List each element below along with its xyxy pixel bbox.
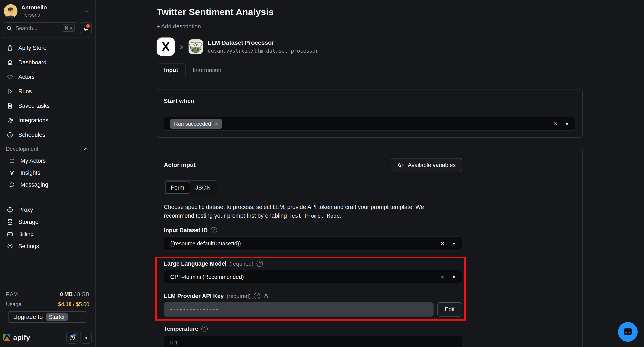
plan-badge: Starter bbox=[46, 313, 68, 321]
sidebar-item-my-actors[interactable]: My Actors bbox=[0, 156, 95, 165]
actor-name: LLM Dataset Processor bbox=[208, 40, 318, 46]
tab-input[interactable]: Input bbox=[156, 64, 186, 77]
search-placeholder: Search... bbox=[15, 25, 62, 32]
sidebar-item-schedules[interactable]: Schedules bbox=[0, 130, 95, 140]
clear-select-icon[interactable]: × bbox=[440, 240, 444, 247]
tab-information[interactable]: Information bbox=[186, 64, 228, 77]
sidebar-footer: apify « bbox=[0, 328, 95, 347]
chevron-up-icon bbox=[83, 146, 89, 152]
search-icon bbox=[6, 25, 12, 31]
ram-row: RAM 0 MB / 8 GB bbox=[6, 291, 89, 297]
toggle-form[interactable]: Form bbox=[165, 182, 190, 194]
dropdown-caret-icon[interactable]: ▼ bbox=[452, 275, 456, 279]
actor-input-heading: Actor input bbox=[164, 162, 196, 168]
remove-tag-icon[interactable]: × bbox=[215, 120, 218, 127]
llm-select[interactable]: GPT-4o mini (Recommended) × ▼ bbox=[164, 270, 462, 284]
arrow-right-icon: → bbox=[76, 313, 82, 320]
chevron-down-icon bbox=[83, 8, 90, 14]
account-switcher[interactable]: Antonello Personal bbox=[0, 0, 95, 21]
start-when-heading: Start when bbox=[164, 98, 576, 104]
credit-card-icon bbox=[6, 231, 14, 238]
play-icon bbox=[6, 88, 14, 95]
apify-wordmark: apify bbox=[13, 334, 30, 342]
usage-row: Usage $4.18 / $5.00 bbox=[6, 301, 89, 308]
development-section-header[interactable]: Development bbox=[0, 144, 95, 152]
actor-box-icon bbox=[8, 158, 16, 164]
actor-path[interactable]: dusan.vystrcil/llm-dataset-processor bbox=[208, 48, 318, 54]
user-name: Antonello bbox=[21, 4, 83, 11]
chat-icon bbox=[8, 182, 16, 188]
chat-widget-button[interactable] bbox=[618, 322, 638, 342]
field-label: Large Language Model bbox=[164, 260, 226, 267]
secondary-nav: Proxy Storage Billing Settings bbox=[0, 206, 95, 254]
sidebar-item-settings[interactable]: Settings bbox=[0, 242, 95, 250]
dataset-id-select[interactable]: {{resource.defaultDatasetId}} × ▼ bbox=[164, 236, 462, 250]
upgrade-button[interactable]: Upgrade to Starter → bbox=[8, 311, 87, 323]
highlight-annotation-box: Large Language Model (required) ? GPT-4o… bbox=[155, 257, 466, 320]
notifications-button[interactable] bbox=[80, 22, 92, 34]
start-when-card: Start when Run succeeded × × ▼ bbox=[156, 89, 583, 138]
temperature-input[interactable]: 0.1 bbox=[164, 335, 462, 347]
actor-avatar-icon bbox=[188, 40, 203, 54]
help-icon[interactable]: ? bbox=[256, 260, 263, 267]
task-breadcrumb: X » bbox=[156, 38, 583, 56]
help-icon[interactable]: ? bbox=[201, 326, 208, 332]
code-icon bbox=[397, 162, 404, 169]
funnel-icon bbox=[8, 170, 16, 176]
workspace-name: Personal bbox=[21, 12, 83, 18]
sidebar-item-actors[interactable]: Actors bbox=[0, 72, 95, 82]
help-icon[interactable]: ? bbox=[254, 293, 260, 299]
start-when-select[interactable]: Run succeeded × × ▼ bbox=[164, 117, 575, 131]
sidebar-item-runs[interactable]: Runs bbox=[0, 86, 95, 96]
toggle-json[interactable]: JSON bbox=[190, 182, 216, 194]
gear-icon bbox=[6, 243, 14, 250]
store-bag-icon bbox=[6, 44, 14, 51]
edit-api-key-button[interactable]: Edit bbox=[437, 302, 462, 316]
dropdown-caret-icon[interactable]: ▼ bbox=[452, 241, 456, 246]
help-icon[interactable]: ? bbox=[211, 227, 217, 234]
field-llm-provider-api-key: LLM Provider API Key (required) ? bbox=[164, 292, 462, 316]
available-variables-button[interactable]: Available variables bbox=[391, 158, 462, 172]
sidebar-item-messaging[interactable]: Messaging bbox=[0, 180, 95, 189]
sidebar-item-saved-tasks[interactable]: Saved tasks bbox=[0, 101, 95, 111]
code-span: Test Prompt Mode bbox=[288, 213, 340, 219]
clear-select-icon[interactable]: × bbox=[554, 120, 558, 127]
usage-panel: RAM 0 MB / 8 GB Usage $4.18 / $5.00 Upgr… bbox=[0, 285, 95, 323]
page-title: Twitter Sentiment Analysis bbox=[156, 7, 583, 17]
clock-icon bbox=[6, 132, 14, 138]
actor-input-description: Choose specific dataset to process, sele… bbox=[164, 203, 576, 220]
home-icon bbox=[6, 59, 14, 66]
apify-logo bbox=[3, 333, 11, 342]
field-label: LLM Provider API Key bbox=[164, 293, 224, 300]
field-large-language-model: Large Language Model (required) ? GPT-4o… bbox=[164, 260, 462, 284]
sidebar-item-storage[interactable]: Storage bbox=[0, 218, 95, 226]
development-nav: My Actors Insights Messaging bbox=[0, 156, 95, 192]
help-button[interactable] bbox=[66, 332, 78, 344]
add-description-link[interactable]: + Add description... bbox=[156, 23, 583, 30]
sidebar-item-insights[interactable]: Insights bbox=[0, 168, 95, 177]
puzzle-icon bbox=[6, 117, 14, 124]
chat-bubble-icon bbox=[623, 327, 633, 337]
actor-input-card: Actor input Available variables Form JSO… bbox=[156, 148, 583, 347]
x-twitter-logo-icon: X bbox=[156, 38, 175, 56]
dropdown-caret-icon[interactable]: ▼ bbox=[565, 122, 569, 126]
search-input[interactable]: Search... ⌘ K bbox=[2, 22, 77, 34]
temperature-placeholder: 0.1 bbox=[170, 339, 178, 346]
api-key-input: ••••••••••••••• bbox=[164, 302, 434, 316]
sidebar-item-billing[interactable]: Billing bbox=[0, 230, 95, 238]
field-input-dataset-id: Input Dataset ID ? {{resource.defaultDat… bbox=[164, 227, 462, 250]
field-temperature: Temperature ? 0.1 bbox=[164, 325, 462, 347]
notification-badge bbox=[86, 24, 90, 28]
tab-bar: Input Information bbox=[156, 64, 583, 77]
clear-select-icon[interactable]: × bbox=[440, 274, 444, 280]
sidebar-item-apify-store[interactable]: Apify Store bbox=[0, 43, 95, 53]
globe-icon bbox=[6, 206, 14, 213]
code-icon bbox=[6, 74, 14, 80]
sidebar-item-proxy[interactable]: Proxy bbox=[0, 206, 95, 214]
breadcrumb-separator: » bbox=[180, 42, 184, 51]
collapse-sidebar-button[interactable]: « bbox=[80, 332, 92, 344]
sidebar-item-dashboard[interactable]: Dashboard bbox=[0, 58, 95, 67]
primary-nav: Apify Store Dashboard Actors Runs Saved … bbox=[0, 38, 95, 144]
main-area: Twitter Sentiment Analysis + Add descrip… bbox=[96, 0, 644, 347]
sidebar-item-integrations[interactable]: Integrations bbox=[0, 116, 95, 125]
